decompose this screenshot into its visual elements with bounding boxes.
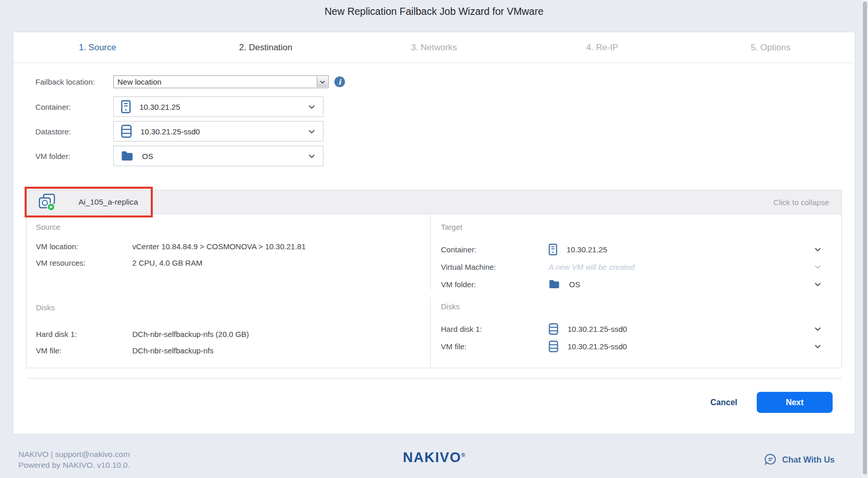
target-container-row[interactable]: Container: 10.30.21.25 [441,241,841,258]
failback-location-select[interactable]: New location [113,75,329,88]
datastore-icon [549,323,558,335]
failback-location-value: New location [117,77,162,86]
actions-divider [26,378,842,379]
vm-section: Ai_105_a-replica Click to collapse Sourc… [26,190,842,368]
target-hard-disk-row[interactable]: Hard disk 1: 10.30.21.25-ssd0 [441,320,841,337]
vm-location-value: vCenter 10.84.84.9 > COSMONOVA > 10.30.2… [132,238,306,255]
vm-name: Ai_105_a-replica [78,197,138,207]
target-vm-placeholder: A new VM will be created [549,263,635,271]
failback-location-label: Failback location: [35,77,113,86]
chevron-down-icon[interactable] [815,345,821,348]
chat-label: Chat With Us [782,455,835,465]
target-heading: Target [441,223,841,231]
info-icon[interactable]: i [334,76,345,87]
target-container-label: Container: [441,245,549,254]
step-reip: 4. Re-IP [518,32,687,63]
target-vm-file-label: VM file: [441,342,549,351]
failback-location-row: Failback location: New location i [35,75,855,88]
target-hard-disk-label: Hard disk 1: [441,325,549,333]
chevron-down-icon[interactable] [309,130,315,133]
target-hard-disk-value: 10.30.21.25-ssd0 [568,325,627,333]
source-vm-file-row: VM file: DCh-nbr-selfbackup-nfs [36,343,430,359]
vm-folder-row: VM folder: OS [35,146,855,166]
destination-form: Failback location: New location i Contai… [13,63,855,166]
vm-folder-dropdown[interactable]: OS [113,146,324,166]
chevron-down-icon[interactable] [309,105,315,109]
vm-file-value: DCh-nbr-selfbackup-nfs [132,343,213,359]
target-vm-folder-row[interactable]: VM folder: OS [441,275,841,293]
vm-folder-label: VM folder: [35,152,113,161]
step-networks: 3. Networks [350,32,518,63]
datastore-row: Datastore: 10.30.21.25-ssd0 [35,121,855,142]
vm-detail-panel: Source VM location: vCenter 10.84.84.9 >… [26,214,842,368]
datastore-dropdown[interactable]: 10.30.21.25-ssd0 [113,121,324,142]
collapse-hint: Click to collapse [774,198,829,207]
vm-location-row: VM location: vCenter 10.84.84.9 > COSMON… [36,238,430,255]
next-button[interactable]: Next [757,392,833,413]
page-title: New Replication Failback Job Wizard for … [0,6,868,17]
chevron-down-icon[interactable] [815,248,821,251]
chat-with-us-button[interactable]: Chat With Us [764,453,835,466]
wizard-steps: 1. Source 2. Destination 3. Networks 4. … [13,32,855,63]
cancel-button[interactable]: Cancel [711,398,737,407]
hard-disk-label: Hard disk 1: [36,326,132,343]
chevron-down-icon[interactable] [815,327,821,331]
container-label: Container: [35,103,113,111]
chevron-down-icon[interactable] [815,283,821,286]
vm-file-label: VM file: [36,343,132,359]
footer-support-line[interactable]: NAKIVO | support@nakivo.com [18,449,130,460]
datastore-value: 10.30.21.25-ssd0 [140,127,200,136]
source-hard-disk-row: Hard disk 1: DCh-nbr-selfbackup-nfs (20.… [36,326,430,343]
footer: NAKIVO | support@nakivo.com Powered by N… [0,434,868,478]
chat-bubble-icon [764,453,777,466]
step-source[interactable]: 1. Source [13,32,181,63]
source-panel: Source VM location: vCenter 10.84.84.9 >… [27,214,431,368]
replica-vm-icon [38,193,57,211]
target-vm-file-value: 10.30.21.25-ssd0 [568,342,627,351]
vm-resources-row: VM resources: 2 CPU, 4.0 GB RAM [36,255,430,271]
vm-folder-value: OS [142,152,153,161]
scrollbar-thumb[interactable] [863,2,867,474]
footer-info: NAKIVO | support@nakivo.com Powered by N… [18,449,130,470]
wizard-card: 1. Source 2. Destination 3. Networks 4. … [13,32,855,434]
actions-bar: Cancel Next [13,392,855,413]
vm-row-header[interactable]: Ai_105_a-replica Click to collapse [26,190,842,214]
vm-resources-label: VM resources: [36,255,132,271]
container-row: Container: 10.30.21.25 [35,96,855,117]
container-dropdown[interactable]: 10.30.21.25 [113,96,324,117]
folder-icon [549,280,560,289]
step-destination[interactable]: 2. Destination [181,32,350,63]
target-vm-label: Virtual Machine: [441,263,549,271]
datastore-icon [549,341,558,352]
chevron-down-icon[interactable] [309,154,315,158]
host-icon [549,244,557,255]
chevron-down-icon[interactable] [815,265,821,269]
datastore-icon [121,125,132,138]
select-arrow-icon[interactable] [317,76,328,87]
step-options: 5. Options [687,32,855,63]
footer-powered-line: Powered by NAKIVO. v10.10.0. [18,460,130,470]
datastore-label: Datastore: [35,127,113,136]
target-disks-heading: Disks [441,302,841,311]
vm-resources-value: 2 CPU, 4.0 GB RAM [132,255,203,271]
vm-location-label: VM location: [36,238,132,255]
folder-icon [121,151,133,161]
hard-disk-value: DCh-nbr-selfbackup-nfs (20.0 GB) [132,326,249,343]
target-vm-folder-label: VM folder: [441,280,549,289]
target-container-value: 10.30.21.25 [567,245,607,254]
source-heading: Source [36,223,430,231]
nakivo-logo: NAKIVO® [403,450,465,466]
container-value: 10.30.21.25 [139,103,180,111]
vertical-scrollbar[interactable] [862,0,868,478]
target-vm-file-row[interactable]: VM file: 10.30.21.25-ssd0 [441,337,841,355]
source-disks-heading: Disks [36,303,430,312]
target-virtual-machine-row[interactable]: Virtual Machine: A new VM will be create… [441,258,841,275]
target-vm-folder-value: OS [569,280,580,289]
target-panel: Target Container: 10.30.21.25 Virtual [431,214,841,368]
host-icon [121,100,131,113]
